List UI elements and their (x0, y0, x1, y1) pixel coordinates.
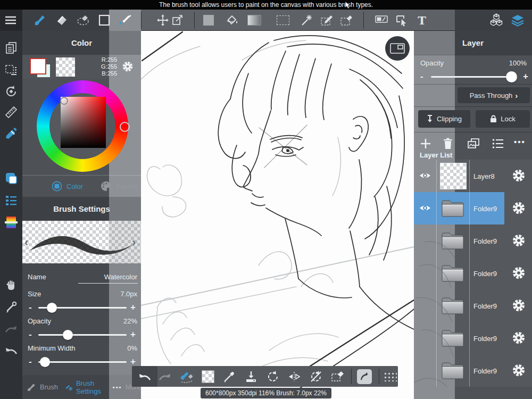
layer-thumbnail[interactable] (440, 293, 466, 318)
layer-row[interactable]: Folder9 (414, 257, 532, 289)
add-layer-button[interactable] (420, 138, 431, 149)
clipping-button[interactable]: Clipping (418, 110, 470, 128)
brush-tool-button[interactable] (29, 10, 51, 31)
rotate-reset-button[interactable] (0, 81, 22, 102)
opacity-plus[interactable]: + (130, 330, 136, 339)
select-eraser-tool-button[interactable] (73, 10, 94, 31)
drawing-canvas[interactable] (109, 10, 455, 399)
layer-settings-button[interactable] (512, 201, 526, 215)
opacity-knob[interactable] (63, 330, 73, 340)
layer-thumbnail[interactable] (440, 260, 466, 286)
canvas-undo-button[interactable] (135, 366, 155, 387)
clear-layer-button[interactable] (328, 366, 348, 387)
eyedropper-button[interactable] (219, 366, 239, 387)
size-minus[interactable]: - (29, 303, 32, 312)
layer-opacity-slider[interactable]: - + (414, 71, 532, 82)
magic-wand-tool-button[interactable] (296, 10, 318, 31)
layer-row[interactable]: Folder9 (414, 225, 532, 257)
layer-settings-button[interactable] (512, 363, 526, 377)
delete-layer-button[interactable] (443, 137, 453, 150)
text-tool-button[interactable]: T (411, 10, 433, 31)
select-pen-tool-button[interactable] (317, 10, 338, 31)
lock-button[interactable]: Lock (476, 110, 530, 128)
duplicate-layer-button[interactable] (467, 138, 480, 149)
min-width-knob[interactable] (40, 357, 50, 367)
layer-thumbnail[interactable] (440, 228, 466, 253)
palette-button[interactable] (0, 212, 22, 233)
transform-tool-button[interactable] (167, 10, 188, 31)
image-export-button[interactable] (354, 366, 375, 387)
save-button[interactable] (241, 366, 261, 387)
min-width-minus[interactable]: - (29, 357, 32, 366)
blend-mode-button[interactable]: Pass Through › (458, 87, 530, 103)
tab-color[interactable]: Color (52, 181, 83, 192)
layer-thumbnail[interactable] (440, 358, 466, 383)
tab-brush-settings[interactable]: Brush Settings (65, 379, 107, 395)
select-layer-button[interactable] (0, 59, 22, 80)
eraser-tool-button[interactable] (51, 10, 72, 31)
layer-thumbnail[interactable] (440, 163, 467, 189)
layer-settings-button[interactable] (512, 169, 526, 182)
brush-next-arrow[interactable]: › (132, 236, 136, 250)
select-rectangle-tool-button[interactable] (272, 10, 294, 31)
transparent-color-button[interactable] (198, 366, 218, 387)
pages-button[interactable] (0, 37, 22, 59)
opacity-minus[interactable]: - (29, 330, 32, 339)
layer-list-view-button[interactable] (492, 138, 504, 149)
layer-row[interactable]: Folder9 (414, 192, 532, 225)
layer-row[interactable]: Layer8 (414, 160, 532, 192)
split-view-button[interactable] (371, 10, 392, 31)
material-marker-button[interactable] (0, 123, 22, 144)
layer-row[interactable]: Folder9 (414, 289, 532, 322)
size-knob[interactable] (47, 303, 57, 313)
layer-thumbnail[interactable] (440, 325, 466, 351)
polyline-tool-button[interactable] (114, 10, 136, 31)
transparent-color-swatch[interactable] (56, 57, 75, 77)
brush-list-button[interactable] (0, 190, 22, 211)
rectangle-tool-button[interactable] (94, 10, 115, 31)
select-erase-tool-button[interactable] (336, 10, 358, 31)
layer-opacity-minus[interactable]: - (420, 72, 423, 81)
color-settings-button[interactable] (122, 61, 134, 72)
brush-prev-arrow[interactable]: ‹ (24, 236, 28, 250)
layers-panel-button[interactable] (507, 10, 528, 31)
layer-settings-button[interactable] (512, 234, 526, 247)
undo-button[interactable] (0, 340, 22, 361)
visibility-eye-icon[interactable] (419, 203, 431, 213)
saturation-value-square[interactable] (61, 97, 106, 148)
menu-button[interactable] (0, 10, 21, 31)
size-slider[interactable]: - + (22, 302, 141, 313)
hand-tool-button[interactable] (0, 275, 22, 296)
layer-settings-button[interactable] (512, 331, 526, 345)
size-plus[interactable]: + (130, 303, 136, 312)
hue-cursor[interactable] (120, 122, 130, 132)
layer-more-button[interactable]: ••• (514, 137, 526, 146)
brush-eraser-toggle-button[interactable] (177, 366, 197, 387)
min-width-plus[interactable]: + (130, 357, 136, 366)
visibility-eye-icon[interactable] (419, 170, 431, 181)
layer-row[interactable]: Folder9 (414, 354, 532, 387)
foreground-color-swatch[interactable] (30, 58, 46, 74)
layer-thumbnail[interactable] (440, 195, 466, 221)
layer-opacity-plus[interactable]: + (523, 72, 528, 81)
layer-settings-button[interactable] (512, 298, 526, 312)
fill-square-tool-button[interactable] (198, 10, 219, 31)
brush-name-value[interactable]: Watercolor (104, 273, 137, 281)
flip-horizontal-button[interactable] (284, 366, 304, 387)
reset-rotation-button[interactable] (263, 366, 283, 387)
bucket-fill-tool-button[interactable] (221, 10, 243, 31)
toolbar-drag-handle[interactable] (380, 366, 400, 387)
layer-row[interactable]: Folder9 (414, 322, 532, 354)
sv-cursor[interactable] (60, 97, 68, 105)
color-panel-button[interactable] (0, 168, 22, 189)
opacity-slider[interactable]: - + (22, 329, 141, 340)
object-select-button[interactable] (391, 10, 412, 31)
ruler-button[interactable] (0, 102, 22, 123)
gradient-tool-button[interactable] (244, 10, 265, 31)
tab-palette[interactable]: Palette (100, 181, 137, 192)
redo-button[interactable] (0, 318, 22, 339)
canvas-redo-button[interactable] (155, 366, 175, 387)
layer-opacity-knob[interactable] (506, 71, 517, 82)
rotation-off-button[interactable] (306, 366, 326, 387)
tab-brush[interactable]: Brush (27, 383, 58, 392)
